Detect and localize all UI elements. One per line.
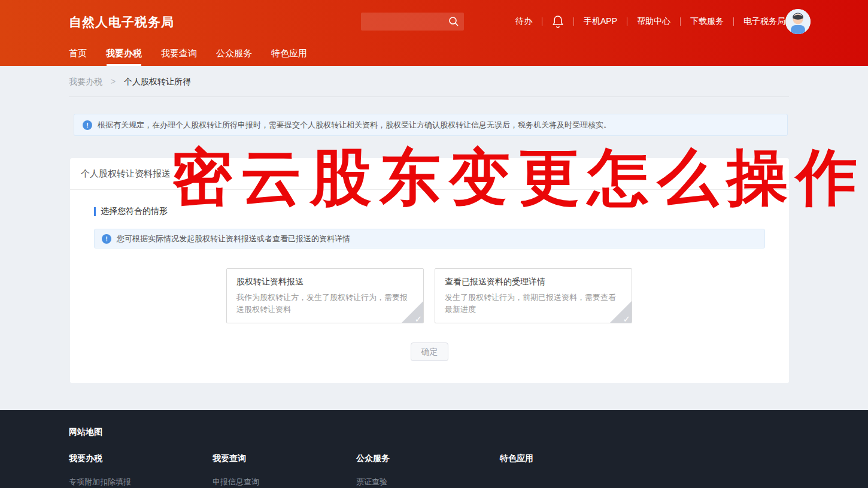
section-header: 选择您符合的情形 (94, 206, 168, 217)
footer-link-special-deduction[interactable]: 专项附加扣除填报 (69, 477, 213, 487)
breadcrumb-separator-icon: > (111, 77, 116, 86)
tab-label: 首页 (69, 48, 87, 58)
search-box[interactable] (361, 13, 464, 31)
main-nav: 首页 我要办税 我要查询 公众服务 特色应用 (69, 43, 326, 66)
footer-col-title[interactable]: 特色应用 (500, 453, 644, 464)
header-menu: 待办 手机APP 帮助中心 下载服务 电子税务局 (515, 10, 785, 34)
footer-col-public-service: 公众服务 票证查验 (356, 453, 500, 487)
footer-link-ticket-verification[interactable]: 票证查验 (356, 477, 500, 487)
main-panel: 个人股权转让资料报送 选择您符合的情形 ! 您可根据实际情况发起股权转让资料报送… (70, 158, 789, 383)
notification-bell-icon[interactable] (552, 15, 564, 28)
info-icon: ! (83, 120, 92, 130)
section-title: 选择您符合的情形 (101, 206, 168, 217)
tab-tax-handling[interactable]: 我要办税 (106, 43, 142, 66)
confirm-button[interactable]: 确定 (411, 342, 448, 361)
option-card-view-progress[interactable]: 查看已报送资料的受理详情 发生了股权转让行为，前期已报送资料，需要查看最新进度 … (435, 268, 632, 323)
option-card-title: 股权转让资料报送 (236, 277, 304, 287)
divider (70, 189, 789, 190)
divider (573, 17, 574, 26)
tab-featured-apps[interactable]: 特色应用 (271, 43, 307, 66)
search-input[interactable] (366, 13, 444, 31)
divider (627, 17, 627, 26)
divider (680, 17, 681, 26)
hint-banner: ! 您可根据实际情况发起股权转让资料报送或者查看已报送的资料详情 (94, 229, 765, 248)
footer-col-title[interactable]: 我要办税 (69, 453, 213, 464)
footer-col-title[interactable]: 公众服务 (356, 453, 500, 464)
option-card-submit-materials[interactable]: 股权转让资料报送 我作为股权转让方，发生了股权转让行为，需要报送股权转让资料 ✓ (226, 268, 424, 323)
footer-col-inquiry: 我要查询 申报信息查询 (213, 453, 356, 487)
footer-col-featured-apps: 特色应用 (500, 453, 644, 487)
option-card-description: 我作为股权转让方，发生了股权转让行为，需要报送股权转让资料 (236, 292, 415, 316)
tab-inquiry[interactable]: 我要查询 (161, 43, 197, 66)
page: 自然人电子税务局 待办 手机APP 帮助中心 下载服务 电子税务局 (0, 0, 868, 488)
menu-item-todo[interactable]: 待办 (515, 16, 532, 27)
site-logo: 自然人电子税务局 (69, 14, 174, 31)
user-avatar[interactable] (785, 9, 811, 34)
footer-col-title[interactable]: 我要查询 (213, 453, 356, 464)
checkmark-icon: ✓ (414, 314, 422, 323)
tab-label: 我要办税 (106, 48, 142, 58)
menu-item-download-service[interactable]: 下载服务 (690, 16, 724, 27)
menu-item-etax-bureau[interactable]: 电子税务局 (743, 16, 785, 27)
info-alert-text: 根据有关规定，在办理个人股权转让所得申报时，需要提交个人股权转让相关资料，股权受… (98, 120, 611, 131)
tab-label: 我要查询 (161, 48, 197, 58)
divider (542, 17, 542, 26)
info-icon: ! (102, 234, 111, 244)
tab-label: 特色应用 (271, 48, 307, 58)
avatar-illustration (785, 9, 811, 34)
hint-text: 您可根据实际情况发起股权转让资料报送或者查看已报送的资料详情 (117, 234, 350, 244)
menu-item-help-center[interactable]: 帮助中心 (637, 16, 670, 27)
checkmark-icon: ✓ (623, 314, 630, 323)
footer-link-declaration-inquiry[interactable]: 申报信息查询 (213, 477, 356, 487)
panel-title: 个人股权转让资料报送 (81, 168, 171, 180)
breadcrumb-current: 个人股权转让所得 (124, 77, 191, 86)
divider (733, 17, 734, 26)
section-accent-bar (94, 207, 96, 216)
footer-col-tax-handling: 我要办税 专项附加扣除填报 (69, 453, 213, 487)
option-card-description: 发生了股权转让行为，前期已报送资料，需要查看最新进度 (445, 292, 623, 316)
tab-home[interactable]: 首页 (69, 43, 87, 66)
sitemap-title: 网站地图 (69, 427, 102, 438)
search-icon[interactable] (448, 16, 459, 27)
footer: 网站地图 我要办税 专项附加扣除填报 我要查询 申报信息查询 公众服务 票证查验… (0, 410, 868, 488)
menu-item-mobile-app[interactable]: 手机APP (584, 16, 617, 27)
header: 自然人电子税务局 待办 手机APP 帮助中心 下载服务 电子税务局 (0, 0, 868, 66)
breadcrumb-parent[interactable]: 我要办税 (69, 77, 102, 86)
tab-label: 公众服务 (216, 48, 252, 58)
tab-public-service[interactable]: 公众服务 (216, 43, 252, 66)
option-card-title: 查看已报送资料的受理详情 (445, 277, 545, 287)
footer-columns: 我要办税 专项附加扣除填报 我要查询 申报信息查询 公众服务 票证查验 特色应用 (69, 453, 644, 487)
breadcrumb: 我要办税 > 个人股权转让所得 (69, 66, 789, 97)
info-alert: ! 根据有关规定，在办理个人股权转让所得申报时，需要提交个人股权转让相关资料，股… (74, 114, 788, 136)
